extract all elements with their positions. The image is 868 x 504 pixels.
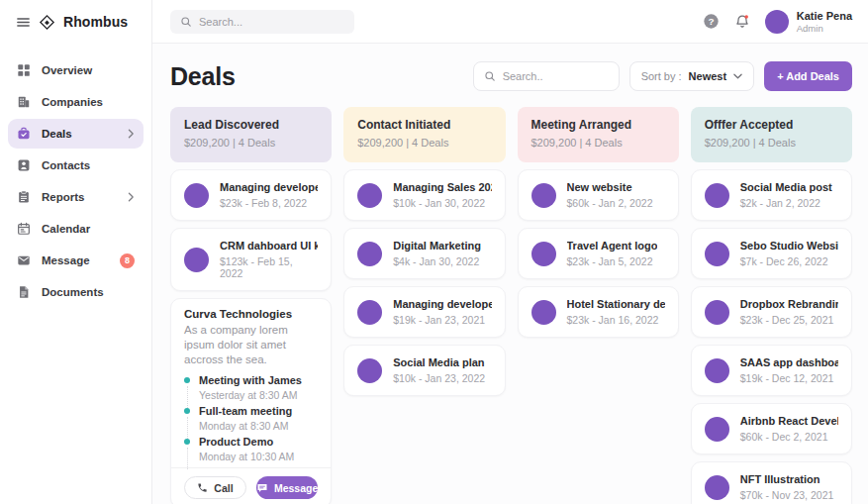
sidebar-item-label: Companies <box>42 96 103 108</box>
content: Deals Sort by : Newest + Add Deals Lead … <box>152 44 868 504</box>
deal-meta: $70k - Nov 23, 2021 <box>740 489 834 501</box>
deal-card[interactable]: CRM dahboard UI kit$123k - Feb 15, 2022 <box>170 228 332 291</box>
sort-label: Sort by : <box>641 70 682 82</box>
column-summary: $209,200 | 4 Deals <box>184 137 318 149</box>
search-icon <box>180 16 192 28</box>
sidebar-brand: Rhombus <box>0 0 151 44</box>
search-icon <box>484 70 496 82</box>
help-icon[interactable]: ? <box>703 13 720 30</box>
call-button-label: Call <box>214 482 233 494</box>
deal-avatar <box>357 242 382 266</box>
deal-card[interactable]: Airbnb React Development$60k - Dec 2, 20… <box>691 403 852 454</box>
sidebar-item-label: Documents <box>42 286 104 298</box>
column-summary: $209,200 | 4 Deals <box>531 137 665 149</box>
user-name: Katie Pena <box>797 10 852 22</box>
sort-value: Newest <box>689 70 727 82</box>
user-menu[interactable]: Katie Pena Admin <box>765 10 852 34</box>
column-name: Lead Discovered <box>184 118 318 132</box>
deal-meta: $60k - Jan 2, 2022 <box>567 197 653 209</box>
column-name: Meeting Arranged <box>531 118 665 132</box>
deal-title: SAAS app dashboard <box>740 356 838 369</box>
brand-name: Rhombus <box>63 14 128 30</box>
page-title: Deals <box>170 62 236 91</box>
sidebar-item-documents[interactable]: Documents <box>8 277 144 307</box>
deal-avatar <box>357 300 382 325</box>
deal-avatar <box>705 358 729 383</box>
companies-icon <box>17 95 31 109</box>
deal-meta: $23k - Feb 8, 2022 <box>220 197 318 209</box>
global-search[interactable] <box>170 10 354 34</box>
deal-meta: $23k - Dec 25, 2021 <box>740 314 838 326</box>
deal-card[interactable]: Managing Sales 2020-20...$10k - Jan 30, … <box>343 169 505 221</box>
call-button[interactable]: Call <box>184 476 246 499</box>
deal-title: Managing Sales 2020-20... <box>393 181 491 194</box>
page-head: Deals Sort by : Newest + Add Deals <box>170 61 852 91</box>
message-button[interactable]: Message <box>256 476 318 499</box>
deal-card[interactable]: Managing developer tea...$23k - Feb 8, 2… <box>170 169 332 221</box>
deal-avatar <box>357 183 382 208</box>
column-header: Meeting Arranged$209,200 | 4 Deals <box>518 107 679 162</box>
kanban-board: Lead Discovered$209,200 | 4 DealsManagin… <box>170 107 852 504</box>
sidebar-item-overview[interactable]: Overview <box>8 55 144 85</box>
bell-icon[interactable] <box>734 14 750 30</box>
deal-avatar <box>705 417 729 442</box>
deal-detail-card[interactable]: Curva TechnologiesAs a company lorem ips… <box>170 298 332 504</box>
deal-meta: $23k - Jan 5, 2022 <box>567 255 658 267</box>
hamburger-icon[interactable] <box>16 15 31 30</box>
sort-dropdown[interactable]: Sort by : Newest <box>629 61 755 91</box>
sidebar-item-contacts[interactable]: Contacts <box>8 151 144 180</box>
global-search-input[interactable] <box>199 16 344 28</box>
deal-title: Airbnb React Development <box>740 415 838 428</box>
deal-card[interactable]: SAAS app dashboard$19k - Dec 12, 2021 <box>691 345 852 396</box>
deal-title: Social Media post <box>740 181 832 194</box>
deal-card[interactable]: Social Media post$2k - Jan 2, 2022 <box>691 169 852 221</box>
deals-search-input[interactable] <box>503 70 609 82</box>
chevron-right-icon <box>128 129 135 139</box>
board-column-contact-initiated: Contact Initiated$209,200 | 4 DealsManag… <box>343 107 505 504</box>
deal-card[interactable]: New website$60k - Jan 2, 2022 <box>518 169 679 221</box>
phone-icon <box>197 482 208 493</box>
sidebar-item-label: Calendar <box>42 223 90 235</box>
divider <box>171 467 331 468</box>
company-name: Curva Technologies <box>184 308 318 320</box>
sidebar-item-message[interactable]: Message8 <box>8 246 144 275</box>
deal-card[interactable]: Travel Agent logo$23k - Jan 5, 2022 <box>518 228 679 279</box>
sidebar-item-companies[interactable]: Companies <box>8 87 144 117</box>
deal-title: Managing developer tea... <box>393 298 491 311</box>
deals-icon <box>17 127 31 141</box>
deal-avatar <box>184 183 209 208</box>
deal-card[interactable]: Dropbox Rebranding$23k - Dec 25, 2021 <box>691 286 852 338</box>
deal-title: Sebo Studio Website <box>740 240 838 252</box>
deal-avatar <box>705 475 729 500</box>
column-name: Offfer Accepted <box>705 118 838 132</box>
deal-title: Dropbox Rebranding <box>740 298 838 311</box>
message-icon <box>17 253 31 267</box>
deal-card[interactable]: Managing developer tea...$19k - Jan 23, … <box>343 286 505 338</box>
sidebar-item-reports[interactable]: Reports <box>8 182 144 212</box>
deals-search[interactable] <box>473 61 620 91</box>
company-description: As a company lorem ipsum dolor sit amet … <box>184 323 318 367</box>
deal-title: Managing developer tea... <box>220 181 318 194</box>
deal-avatar <box>531 183 556 208</box>
chevron-down-icon <box>733 73 742 79</box>
deal-avatar <box>184 248 209 272</box>
deal-meta: $19k - Dec 12, 2021 <box>740 372 838 384</box>
event-title: Full-team meeting <box>199 405 318 418</box>
deal-title: Social Media plan <box>393 356 485 369</box>
timeline-event: Full-team meetingMonday at 8:30 AM <box>184 405 318 432</box>
deal-card[interactable]: Social Media plan$10k - Jan 23, 2022 <box>343 345 505 396</box>
contacts-icon <box>17 158 31 172</box>
event-time: Yesterday at 8:30 AM <box>199 389 318 401</box>
deal-card[interactable]: NFT Illustration$70k - Nov 23, 2021 <box>691 461 852 504</box>
sidebar-item-label: Message <box>42 254 90 266</box>
sidebar-item-deals[interactable]: Deals <box>8 119 144 149</box>
deal-meta: $23k - Jan 16, 2022 <box>567 314 665 326</box>
sidebar-item-calendar[interactable]: Calendar <box>8 214 144 244</box>
deal-card[interactable]: Digital Marketing$4k - Jan 30, 2022 <box>343 228 505 279</box>
deal-title: Hotel Stationary design <box>567 298 665 311</box>
deal-card[interactable]: Sebo Studio Website$7k - Dec 26, 2022 <box>691 228 852 279</box>
add-deals-button[interactable]: + Add Deals <box>764 61 852 91</box>
event-title: Meeting with James <box>199 374 318 387</box>
column-header: Lead Discovered$209,200 | 4 Deals <box>170 107 332 162</box>
deal-card[interactable]: Hotel Stationary design$23k - Jan 16, 20… <box>518 286 679 338</box>
